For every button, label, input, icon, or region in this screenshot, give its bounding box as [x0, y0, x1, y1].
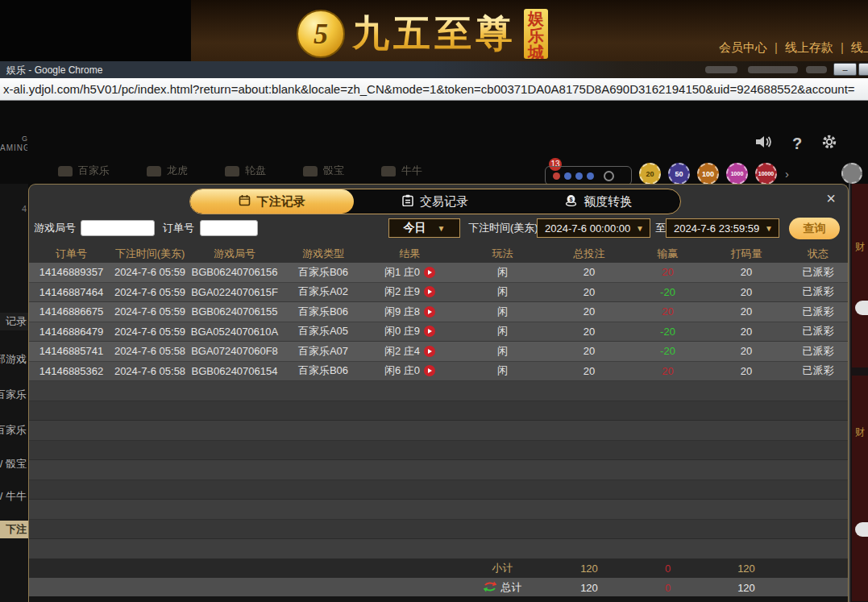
sidebar-item-fragment[interactable]: 下注 [0, 521, 28, 538]
tab-label: 下注记录 [257, 194, 305, 210]
logo-badge: 娱乐城 [524, 9, 548, 59]
total-turnover: 120 [706, 582, 787, 594]
chip-20[interactable]: 20 [639, 163, 661, 185]
dialog-tabbar: 下注记录交易记录$额度转换 [189, 189, 681, 214]
clipboard-icon [402, 194, 413, 209]
speaker-icon[interactable] [754, 134, 774, 153]
top-links: 会员中心|线上存款|线上取款 [719, 40, 868, 56]
swap-icon [484, 581, 496, 595]
menu-item-label: 牛牛 [401, 164, 422, 178]
cell-status: 已派彩 [787, 344, 849, 359]
cell-game: 百家乐B06 [283, 305, 363, 319]
menu-item-骰宝[interactable]: 骰宝 [303, 164, 344, 178]
menu-item-牛牛[interactable]: 牛牛 [381, 164, 422, 178]
play-icon[interactable] [424, 286, 435, 297]
left-sidebar: 4记录部游戏百家乐百家乐/ 骰宝/ 牛牛下注 [0, 184, 28, 602]
magnifier-icon[interactable] [604, 171, 614, 181]
close-icon[interactable]: × [826, 190, 836, 206]
top-link[interactable]: 会员中心 [719, 40, 767, 54]
top-link[interactable]: 线上存款 [785, 40, 833, 54]
time-from-select[interactable]: 2024-7-6 00:00:00 ▼ [537, 218, 650, 238]
cell-turnover: 20 [706, 345, 787, 357]
cell-play: 闲 [456, 265, 549, 280]
sidebar-item-fragment[interactable]: 4 [0, 200, 28, 218]
time-to-select[interactable]: 2024-7-6 23:59:59 ▼ [666, 218, 779, 238]
minimize-button[interactable]: – [833, 63, 857, 76]
subtotal-turnover: 120 [706, 563, 787, 575]
chip-50[interactable]: 50 [668, 163, 690, 185]
result-text: 闲6 庄0 [384, 363, 420, 378]
cell-bet: 20 [549, 305, 629, 318]
date-range-select[interactable]: 今日 ▼ [388, 218, 460, 238]
chip-1000[interactable]: 1000 [726, 163, 748, 185]
cell-winloss: 20 [629, 305, 706, 318]
order-input[interactable] [200, 220, 258, 236]
subtotal-label: 小计 [456, 561, 549, 575]
column-header: 下注时间(美东) [114, 247, 186, 261]
play-icon[interactable] [424, 267, 435, 278]
chevron-right-icon[interactable]: › [785, 167, 789, 181]
cell-result: 闲1 庄0 [363, 265, 456, 280]
search-button[interactable]: 查询 [789, 218, 840, 239]
maximize-button[interactable] [858, 63, 868, 76]
sidebar-item-fragment[interactable]: 百家乐 [0, 386, 28, 404]
cell-order: 14146886675 [29, 305, 114, 318]
menu-item-龙虎[interactable]: 龙虎 [147, 164, 188, 178]
sidebar-item-fragment[interactable]: / 骰宝 [0, 455, 28, 473]
cell-game: 百家乐B06 [283, 265, 363, 280]
table-row: 141468874642024-7-6 05:59BGA0224070615F百… [29, 283, 848, 303]
empty-row [29, 421, 848, 441]
play-icon[interactable] [424, 326, 435, 337]
empty-row [29, 520, 848, 540]
chip-10000[interactable]: 10000 [755, 163, 777, 185]
gear-icon[interactable] [820, 133, 838, 154]
cell-play: 闲 [456, 324, 549, 338]
cell-game: 百家乐A05 [283, 324, 363, 338]
game-category-menu: 百家乐龙虎轮盘骰宝牛牛 [58, 164, 422, 178]
bet-dot [553, 172, 560, 180]
sidebar-item-label: / 骰宝 [0, 455, 27, 473]
cell-status: 已派彩 [787, 305, 849, 319]
tab-额度转换[interactable]: $额度转换 [517, 189, 680, 214]
table-panel [852, 376, 868, 601]
url-bar[interactable]: x-ali.ydjol.com/h5V01/pc/index.html?retu… [0, 78, 868, 101]
menu-item-百家乐[interactable]: 百家乐 [58, 164, 110, 178]
table-row: 141468857412024-7-6 05:58BGA072407060F8百… [29, 342, 848, 362]
chip-100[interactable]: 100 [697, 163, 719, 185]
column-header: 游戏类型 [283, 247, 363, 261]
game-round-input[interactable] [81, 220, 155, 236]
help-icon[interactable]: ? [792, 135, 802, 153]
top-link[interactable]: 线上取款 [851, 40, 868, 54]
menu-item-label: 百家乐 [78, 164, 110, 178]
game-header-icons: ? [754, 133, 838, 154]
play-icon[interactable] [424, 306, 435, 318]
subtotal-row: 小计 120 0 120 [29, 558, 848, 578]
cell-play: 闲 [456, 344, 549, 359]
cell-winloss: 20 [629, 365, 706, 377]
cell-game: 百家乐B06 [283, 363, 363, 378]
cell-time: 2024-7-6 05:59 [114, 286, 186, 298]
sidebar-item-fragment[interactable]: 记录 [0, 313, 28, 330]
column-header: 状态 [787, 247, 849, 261]
cell-status: 已派彩 [787, 324, 849, 338]
game-category-icon [381, 166, 396, 176]
result-text: 闲1 庄0 [384, 265, 420, 280]
cell-result: 闲9 庄8 [363, 305, 456, 319]
chip-row: 2050100100010000› [639, 163, 789, 185]
sidebar-item-fragment[interactable]: 部游戏 [0, 351, 28, 368]
badge-char: 乐 [528, 27, 544, 44]
play-icon[interactable] [424, 365, 435, 376]
sidebar-item-fragment[interactable]: / 牛牛 [0, 488, 28, 505]
panel-pill-fragment [855, 522, 868, 537]
tab-下注记录[interactable]: 下注记录 [190, 189, 354, 214]
play-icon[interactable] [424, 346, 435, 357]
menu-item-轮盘[interactable]: 轮盘 [225, 164, 266, 178]
disabled-chip-icon [841, 163, 862, 184]
cell-bet: 20 [549, 266, 629, 278]
sidebar-item-fragment[interactable]: 百家乐 [0, 421, 28, 439]
table-row: 141468893572024-7-6 05:59BGB06240706156百… [29, 263, 848, 283]
cell-winloss: 20 [629, 266, 706, 278]
tab-交易记录[interactable]: 交易记录 [354, 189, 517, 214]
cell-turnover: 20 [706, 365, 787, 377]
cell-bet: 20 [549, 326, 629, 338]
